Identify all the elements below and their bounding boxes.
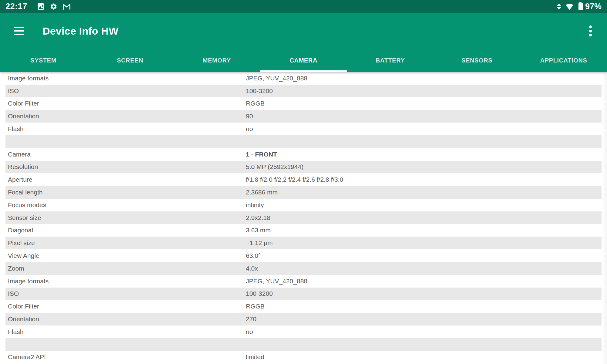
row-value: 4.0x xyxy=(246,265,258,272)
row-label: Resolution xyxy=(5,163,38,170)
table-row: Flashno xyxy=(5,325,602,338)
row-value: ~1.12 µm xyxy=(246,239,273,247)
table-row: View Angle63.0° xyxy=(5,249,602,262)
table-row: Camera2 APIlimited xyxy=(5,351,602,364)
row-value: RGGB xyxy=(246,100,265,107)
tab-screen[interactable]: SCREEN xyxy=(87,49,174,72)
tab-label: SENSORS xyxy=(461,57,492,64)
table-row: Resolution5.0 MP (2592x1944) xyxy=(5,161,602,174)
table-row: Camera1 - FRONT xyxy=(5,148,602,161)
row-label: Color Filter xyxy=(5,100,39,107)
row-value: 5.0 MP (2592x1944) xyxy=(246,163,304,170)
app-header: Device Info HW SYSTEM SCREEN MEMORY CAME… xyxy=(0,13,607,72)
row-label: Orientation xyxy=(5,315,39,323)
table-row: Sensor size2.9x2.18 xyxy=(5,211,602,224)
row-value: 2.9x2.18 xyxy=(246,214,270,221)
row-label: Flash xyxy=(5,125,23,133)
row-label: Zoom xyxy=(5,265,24,272)
row-label: Aperture xyxy=(5,176,32,183)
row-label: ISO xyxy=(5,87,19,95)
gmail-icon xyxy=(63,3,71,10)
app-bar: Device Info HW xyxy=(0,13,607,49)
row-value: 63.0° xyxy=(246,252,261,259)
screenshot-icon xyxy=(37,3,45,10)
table-row: Color FilterRGGB xyxy=(5,300,602,313)
device-info-hw-app: 22:17 xyxy=(0,0,607,364)
row-value: limited xyxy=(246,353,264,361)
tab-label: SCREEN xyxy=(117,57,143,64)
row-label: Orientation xyxy=(5,113,39,120)
row-value: 2.3686 mm xyxy=(246,189,278,196)
table-row: Aperturef/1.8 f/2.0 f/2.2 f/2.4 f/2.6 f/… xyxy=(5,173,602,186)
battery-percent: 97% xyxy=(585,2,602,11)
row-value: 1 - FRONT xyxy=(246,151,277,158)
selected-tab-indicator xyxy=(260,70,347,72)
hamburger-menu-button[interactable] xyxy=(14,27,24,35)
row-value: 100-3200 xyxy=(246,290,273,297)
row-value: f/1.8 f/2.0 f/2.2 f/2.4 f/2.6 f/2.8 f/3.… xyxy=(246,176,343,183)
overflow-menu-button[interactable] xyxy=(587,24,594,38)
row-label: Focus modes xyxy=(5,201,46,209)
table-row: Color FilterRGGB xyxy=(5,97,602,110)
row-label: Image formats xyxy=(5,278,49,285)
row-label: Pixel size xyxy=(5,239,35,247)
page-title: Device Info HW xyxy=(42,25,118,37)
tab-label: APPLICATIONS xyxy=(540,57,587,64)
status-time: 22:17 xyxy=(5,2,27,11)
table-row: Focal length2.3686 mm xyxy=(5,186,602,199)
row-label: View Angle xyxy=(5,252,39,259)
row-value: 90 xyxy=(246,113,253,120)
table-row xyxy=(5,135,602,148)
row-label: Camera xyxy=(5,151,31,158)
row-value: 100-3200 xyxy=(246,87,273,95)
row-value: RGGB xyxy=(246,303,265,310)
tab-camera[interactable]: CAMERA xyxy=(260,49,347,72)
table-row: Flashno xyxy=(5,123,602,135)
tab-sensors[interactable]: SENSORS xyxy=(434,49,521,72)
row-label: Color Filter xyxy=(5,303,39,310)
status-bar-left: 22:17 xyxy=(5,2,76,11)
network-activity-icon xyxy=(557,3,561,10)
tab-label: CAMERA xyxy=(290,57,317,64)
row-label: Image formats xyxy=(5,75,49,82)
table-row: Zoom4.0x xyxy=(5,262,602,275)
wifi-icon xyxy=(565,2,574,10)
table-row: Orientation90 xyxy=(5,110,602,123)
tab-label: SYSTEM xyxy=(30,57,56,64)
row-label: Camera2 API xyxy=(5,353,46,361)
tab-memory[interactable]: MEMORY xyxy=(173,49,260,72)
status-bar: 22:17 xyxy=(0,0,607,13)
row-value: no xyxy=(246,328,253,335)
table-row: Image formatsJPEG, YUV_420_888 xyxy=(5,72,602,85)
tab-label: BATTERY xyxy=(376,57,405,64)
tab-label: MEMORY xyxy=(203,57,231,64)
table-row: ISO100-3200 xyxy=(5,85,602,97)
row-value: infinity xyxy=(246,201,264,209)
tab-battery[interactable]: BATTERY xyxy=(347,49,434,72)
table-row: Orientation270 xyxy=(5,313,602,325)
row-value: JPEG, YUV_420_888 xyxy=(246,75,307,82)
tab-bar: SYSTEM SCREEN MEMORY CAMERA BATTERY SENS… xyxy=(0,49,607,72)
row-value: no xyxy=(246,125,253,133)
status-bar-right: 97% xyxy=(553,2,602,11)
table-row xyxy=(5,338,602,351)
table-row: Pixel size~1.12 µm xyxy=(5,237,602,249)
row-label: Flash xyxy=(5,328,23,335)
row-label: Sensor size xyxy=(5,214,41,221)
row-value: JPEG, YUV_420_888 xyxy=(246,278,307,285)
table-row: Image formatsJPEG, YUV_420_888 xyxy=(5,275,602,288)
tab-system[interactable]: SYSTEM xyxy=(0,49,87,72)
row-value: 270 xyxy=(246,315,256,323)
battery-icon xyxy=(578,3,583,10)
camera-info-list[interactable]: Image formatsJPEG, YUV_420_888ISO100-320… xyxy=(0,72,607,364)
tab-applications[interactable]: APPLICATIONS xyxy=(520,49,607,72)
row-label: ISO xyxy=(5,290,19,297)
settings-gear-icon xyxy=(50,3,57,10)
row-label: Focal length xyxy=(5,189,42,196)
table-row: Focus modesinfinity xyxy=(5,199,602,211)
table-row: ISO100-3200 xyxy=(5,288,602,300)
table-row: Diagonal3.63 mm xyxy=(5,224,602,237)
row-value: 3.63 mm xyxy=(246,227,271,234)
row-label: Diagonal xyxy=(5,227,33,234)
